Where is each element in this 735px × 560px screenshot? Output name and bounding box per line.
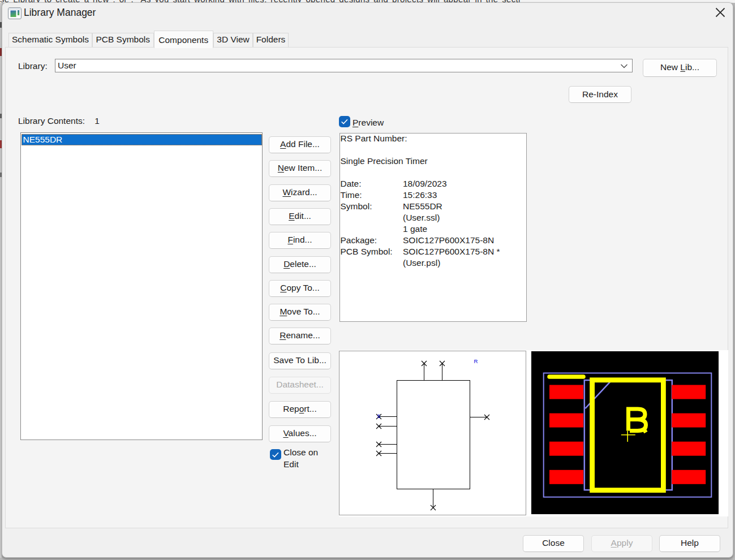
svg-text:R: R bbox=[474, 358, 478, 364]
svg-text:5: 5 bbox=[377, 413, 380, 419]
